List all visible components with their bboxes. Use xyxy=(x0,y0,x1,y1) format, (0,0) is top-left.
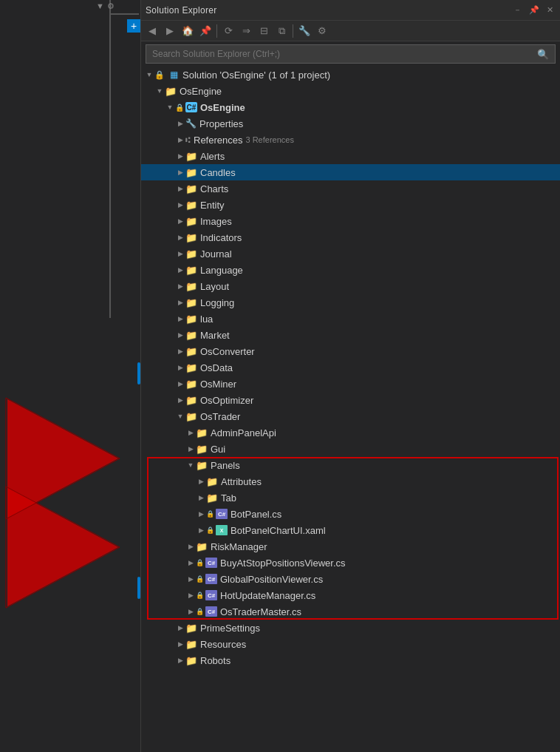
expander-osdata[interactable]: ▶ xyxy=(175,362,185,373)
search-input[interactable] xyxy=(152,49,537,59)
expander-panels[interactable]: ▼ xyxy=(185,460,196,470)
tree-item-ostrader[interactable]: ▼ 📁 OsTrader xyxy=(141,408,560,424)
expander-lua[interactable]: ▶ xyxy=(175,314,185,324)
expander-osoptimizer[interactable]: ▶ xyxy=(175,395,185,405)
expander-candles[interactable]: ▶ xyxy=(175,167,185,177)
tree-item-osoptimizer[interactable]: ▶ 📁 OsOptimizer xyxy=(141,392,560,408)
folder-icon-candles: 📁 xyxy=(185,166,197,178)
tree-item-properties[interactable]: ▶ 🔧 Properties xyxy=(141,115,560,132)
expander-osconverter[interactable]: ▶ xyxy=(175,346,185,356)
back-btn[interactable]: ◀ xyxy=(144,23,160,39)
copy-btn[interactable]: ⧉ xyxy=(273,23,290,39)
wrench-btn[interactable]: 🔧 xyxy=(296,23,313,39)
tree-item-images[interactable]: ▶ 📁 Images xyxy=(141,213,560,229)
tree-item-indicators[interactable]: ▶ 📁 Indicators xyxy=(141,229,560,245)
tree-item-market[interactable]: ▶ 📁 Market xyxy=(141,327,560,343)
home-btn[interactable]: 🏠 xyxy=(180,23,196,39)
tree-item-hotupdatemanager[interactable]: ▶ 🔒 C# HotUpdateManager.cs xyxy=(141,587,560,603)
tree-item-panels[interactable]: ▼ 📁 Panels xyxy=(141,457,560,473)
tree-item-globalposition[interactable]: ▶ 🔒 C# GlobalPositionViewer.cs xyxy=(141,571,560,587)
expander-botpanelchart[interactable]: ▶ xyxy=(196,525,206,535)
expander-charts[interactable]: ▶ xyxy=(175,183,185,194)
tree-item-botpanel[interactable]: ▶ 🔒 C# BotPanel.cs xyxy=(141,506,560,522)
solution-explorer: Solution Explorer － 📌 ✕ ◀ ▶ 🏠 📌 ⟳ ⇒ ⊟ ⧉ … xyxy=(140,0,560,752)
expander-references[interactable]: ▶ xyxy=(175,135,185,145)
tree-item-journal[interactable]: ▶ 📁 Journal xyxy=(141,245,560,262)
lua-label: lua xyxy=(200,314,213,325)
expander-buyatstop[interactable]: ▶ xyxy=(185,558,196,568)
expander-layout[interactable]: ▶ xyxy=(175,281,185,291)
tree-item-charts[interactable]: ▶ 📁 Charts xyxy=(141,180,560,197)
tree-item-solution[interactable]: ▼ 🔒 ▦ Solution 'OsEngine' (1 of 1 projec… xyxy=(141,67,560,83)
ostradermaster-label: OsTraderMaster.cs xyxy=(220,606,301,617)
tree-item-attributes[interactable]: ▶ 📁 Attributes xyxy=(141,473,560,490)
tree-item-botpanelchart[interactable]: ▶ 🔒 X BotPanelChartUI.xaml xyxy=(141,522,560,538)
expander-riskmanager[interactable]: ▶ xyxy=(185,541,196,552)
tree-item-adminpanelapi[interactable]: ▶ 📁 AdminPanelApi xyxy=(141,424,560,441)
tree-item-entity[interactable]: ▶ 📁 Entity xyxy=(141,197,560,213)
expander-adminpanelapi[interactable]: ▶ xyxy=(185,427,196,438)
expander-attributes[interactable]: ▶ xyxy=(196,476,206,487)
tree-item-references[interactable]: ▶ ⑆ References 3 References xyxy=(141,132,560,148)
tree-item-layout[interactable]: ▶ 📁 Layout xyxy=(141,278,560,294)
expander-images[interactable]: ▶ xyxy=(175,216,185,226)
tree-item-osminer[interactable]: ▶ 📁 OsMiner xyxy=(141,376,560,392)
expander-ostradermaster[interactable]: ▶ xyxy=(185,606,196,617)
refresh-btn[interactable]: ⟳ xyxy=(220,23,236,39)
tree-item-logging[interactable]: ▶ 📁 Logging xyxy=(141,294,560,311)
tree-item-osdata[interactable]: ▶ 📁 OsData xyxy=(141,359,560,376)
expander-alerts[interactable]: ▶ xyxy=(175,151,185,161)
tree-item-ostradermaster[interactable]: ▶ 🔒 C# OsTraderMaster.cs xyxy=(141,603,560,620)
tree-item-osconverter[interactable]: ▶ 📁 OsConverter xyxy=(141,343,560,359)
expander-tab[interactable]: ▶ xyxy=(196,492,206,503)
add-panel-btn[interactable]: + xyxy=(127,19,140,33)
expander-osengine-project[interactable]: ▼ xyxy=(165,102,175,112)
close-icon[interactable]: ✕ xyxy=(544,4,556,16)
minimize-icon[interactable]: － xyxy=(511,4,524,16)
expander-osminer[interactable]: ▶ xyxy=(175,379,185,389)
tree-item-buyatstop[interactable]: ▶ 🔒 C# BuyAtStopPositionsViewer.cs xyxy=(141,555,560,571)
tree-item-riskmanager[interactable]: ▶ 📁 RiskManager xyxy=(141,538,560,555)
expander-market[interactable]: ▶ xyxy=(175,330,185,340)
expander-ostrader[interactable]: ▼ xyxy=(175,411,185,421)
expander-robots[interactable]: ▶ xyxy=(175,655,185,665)
tree-item-primesettings[interactable]: ▶ 📁 PrimeSettings xyxy=(141,620,560,636)
expander-logging[interactable]: ▶ xyxy=(175,297,185,308)
expander-journal[interactable]: ▶ xyxy=(175,248,185,259)
expander-properties[interactable]: ▶ xyxy=(175,118,185,129)
expander-entity[interactable]: ▶ xyxy=(175,200,185,210)
tree-item-resources[interactable]: ▶ 📁 Resources xyxy=(141,636,560,652)
tree-item-osengine-project[interactable]: ▼ 🔒 C# OsEngine xyxy=(141,99,560,115)
expander-botpanel[interactable]: ▶ xyxy=(196,509,206,519)
layout-label: Layout xyxy=(200,281,229,292)
panels-label: Panels xyxy=(211,460,240,471)
expander-indicators[interactable]: ▶ xyxy=(175,232,185,243)
gear-icon[interactable]: ⚙ xyxy=(107,1,115,11)
expander-hotupdatemanager[interactable]: ▶ xyxy=(185,590,196,600)
search-bar[interactable]: 🔍 xyxy=(146,44,556,64)
expander-gui[interactable]: ▶ xyxy=(185,444,196,454)
tree-item-tab[interactable]: ▶ 📁 Tab xyxy=(141,490,560,506)
tree-item-gui[interactable]: ▶ 📁 Gui xyxy=(141,441,560,457)
tree-item-lua[interactable]: ▶ 📁 lua xyxy=(141,311,560,327)
expander-resources[interactable]: ▶ xyxy=(175,639,185,649)
collapse-btn[interactable]: ⊟ xyxy=(256,23,272,39)
expander-language[interactable]: ▶ xyxy=(175,265,185,275)
pin-btn[interactable]: 📌 xyxy=(197,23,214,39)
expander-globalposition[interactable]: ▶ xyxy=(185,574,196,584)
tree-item-osengine-folder[interactable]: ▼ 📁 OsEngine xyxy=(141,83,560,99)
forward-btn[interactable]: ▶ xyxy=(162,23,178,39)
expander-primesettings[interactable]: ▶ xyxy=(175,623,185,633)
settings-btn[interactable]: ⚙ xyxy=(314,23,330,39)
logging-label: Logging xyxy=(200,297,234,308)
pin-icon[interactable]: 📌 xyxy=(527,4,542,16)
expander-solution[interactable]: ▼ xyxy=(144,70,154,80)
tree-item-alerts[interactable]: ▶ 📁 Alerts xyxy=(141,148,560,164)
osengine-folder-label: OsEngine xyxy=(180,86,222,97)
tree-item-robots[interactable]: ▶ 📁 Robots xyxy=(141,652,560,668)
tree-item-language[interactable]: ▶ 📁 Language xyxy=(141,262,560,278)
tree-item-candles[interactable]: ▶ 📁 Candles xyxy=(141,164,560,180)
expander-osengine-folder[interactable]: ▼ xyxy=(154,86,165,96)
goto-btn[interactable]: ⇒ xyxy=(238,23,254,39)
pin-icon[interactable]: ▼ xyxy=(96,1,104,11)
